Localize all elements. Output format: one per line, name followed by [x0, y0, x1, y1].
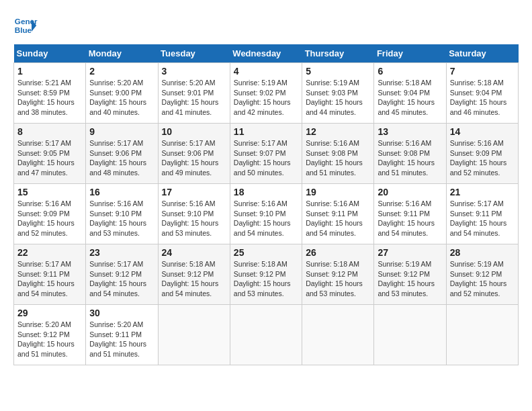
calendar-cell: 17 Sunrise: 5:16 AMSunset: 9:10 PMDaylig… [158, 184, 230, 244]
calendar-cell: 9 Sunrise: 5:17 AMSunset: 9:06 PMDayligh… [86, 124, 158, 184]
day-number: 8 [17, 126, 82, 137]
calendar-cell: 27 Sunrise: 5:19 AMSunset: 9:12 PMDaylig… [374, 244, 446, 305]
calendar-cell: 15 Sunrise: 5:16 AMSunset: 9:09 PMDaylig… [14, 184, 86, 244]
day-info: Sunrise: 5:17 AMSunset: 9:11 PMDaylight:… [17, 260, 75, 298]
calendar-week-3: 15 Sunrise: 5:16 AMSunset: 9:09 PMDaylig… [14, 184, 519, 244]
calendar-cell: 16 Sunrise: 5:16 AMSunset: 9:10 PMDaylig… [86, 184, 158, 244]
calendar-week-1: 1 Sunrise: 5:21 AMSunset: 8:59 PMDayligh… [14, 63, 519, 124]
day-number: 4 [234, 66, 298, 77]
day-number: 10 [162, 126, 226, 137]
day-info: Sunrise: 5:20 AMSunset: 9:11 PMDaylight:… [89, 320, 146, 358]
calendar-cell: 14 Sunrise: 5:16 AMSunset: 9:09 PMDaylig… [446, 124, 518, 184]
calendar-cell: 10 Sunrise: 5:17 AMSunset: 9:06 PMDaylig… [158, 124, 230, 184]
day-info: Sunrise: 5:16 AMSunset: 9:10 PMDaylight:… [89, 199, 146, 237]
calendar-cell: 22 Sunrise: 5:17 AMSunset: 9:11 PMDaylig… [14, 244, 86, 305]
day-info: Sunrise: 5:16 AMSunset: 9:10 PMDaylight:… [234, 199, 291, 237]
day-number: 17 [162, 187, 226, 197]
day-number: 16 [89, 187, 154, 197]
calendar-cell: 30 Sunrise: 5:20 AMSunset: 9:11 PMDaylig… [86, 305, 158, 365]
day-number: 15 [17, 187, 82, 197]
calendar-cell: 2 Sunrise: 5:20 AMSunset: 9:00 PMDayligh… [86, 63, 158, 124]
day-info: Sunrise: 5:21 AMSunset: 8:59 PMDaylight:… [17, 79, 75, 116]
calendar-cell: 11 Sunrise: 5:17 AMSunset: 9:07 PMDaylig… [230, 124, 302, 184]
calendar-cell: 1 Sunrise: 5:21 AMSunset: 8:59 PMDayligh… [14, 63, 86, 124]
day-info: Sunrise: 5:18 AMSunset: 9:04 PMDaylight:… [378, 79, 435, 116]
day-info: Sunrise: 5:16 AMSunset: 9:09 PMDaylight:… [450, 139, 507, 177]
day-number: 30 [89, 308, 154, 318]
calendar-cell: 28 Sunrise: 5:19 AMSunset: 9:12 PMDaylig… [446, 244, 518, 305]
day-number: 5 [306, 66, 370, 77]
svg-text:Blue: Blue [15, 26, 32, 34]
calendar-cell: 8 Sunrise: 5:17 AMSunset: 9:05 PMDayligh… [14, 124, 86, 184]
day-number: 13 [378, 126, 442, 137]
calendar-cell [230, 305, 302, 365]
day-info: Sunrise: 5:17 AMSunset: 9:07 PMDaylight:… [234, 139, 291, 177]
calendar-cell: 18 Sunrise: 5:16 AMSunset: 9:10 PMDaylig… [230, 184, 302, 244]
calendar-body: 1 Sunrise: 5:21 AMSunset: 8:59 PMDayligh… [14, 63, 519, 365]
calendar-cell: 26 Sunrise: 5:18 AMSunset: 9:12 PMDaylig… [302, 244, 374, 305]
day-number: 19 [306, 187, 370, 197]
day-number: 6 [378, 66, 442, 77]
calendar-week-4: 22 Sunrise: 5:17 AMSunset: 9:11 PMDaylig… [14, 244, 519, 305]
header: General Blue [13, 13, 519, 38]
calendar-table: SundayMondayTuesdayWednesdayThursdayFrid… [13, 44, 519, 365]
day-number: 11 [234, 126, 298, 137]
day-info: Sunrise: 5:16 AMSunset: 9:10 PMDaylight:… [162, 199, 219, 237]
day-info: Sunrise: 5:19 AMSunset: 9:12 PMDaylight:… [378, 260, 435, 298]
header-cell-monday: Monday [86, 44, 158, 63]
day-info: Sunrise: 5:16 AMSunset: 9:11 PMDaylight:… [306, 199, 363, 237]
day-info: Sunrise: 5:16 AMSunset: 9:08 PMDaylight:… [378, 139, 435, 177]
day-info: Sunrise: 5:20 AMSunset: 9:00 PMDaylight:… [89, 79, 146, 116]
day-info: Sunrise: 5:17 AMSunset: 9:11 PMDaylight:… [450, 199, 507, 237]
header-cell-thursday: Thursday [302, 44, 374, 63]
calendar-week-5: 29 Sunrise: 5:20 AMSunset: 9:12 PMDaylig… [14, 305, 519, 365]
header-cell-wednesday: Wednesday [230, 44, 302, 63]
day-number: 1 [17, 66, 82, 77]
day-number: 3 [162, 66, 226, 77]
day-info: Sunrise: 5:18 AMSunset: 9:12 PMDaylight:… [162, 260, 219, 298]
calendar-cell: 12 Sunrise: 5:16 AMSunset: 9:08 PMDaylig… [302, 124, 374, 184]
day-number: 24 [162, 247, 226, 258]
logo-icon: General Blue [13, 13, 38, 38]
calendar-cell: 20 Sunrise: 5:16 AMSunset: 9:11 PMDaylig… [374, 184, 446, 244]
day-info: Sunrise: 5:17 AMSunset: 9:06 PMDaylight:… [162, 139, 219, 177]
day-number: 21 [450, 187, 515, 197]
day-number: 29 [17, 308, 82, 318]
day-number: 9 [89, 126, 154, 137]
day-number: 27 [378, 247, 442, 258]
calendar-cell: 7 Sunrise: 5:18 AMSunset: 9:04 PMDayligh… [446, 63, 518, 124]
calendar-week-2: 8 Sunrise: 5:17 AMSunset: 9:05 PMDayligh… [14, 124, 519, 184]
day-info: Sunrise: 5:18 AMSunset: 9:04 PMDaylight:… [450, 79, 507, 116]
day-info: Sunrise: 5:17 AMSunset: 9:06 PMDaylight:… [89, 139, 146, 177]
day-number: 18 [234, 187, 298, 197]
day-number: 7 [450, 66, 515, 77]
calendar-cell: 6 Sunrise: 5:18 AMSunset: 9:04 PMDayligh… [374, 63, 446, 124]
day-info: Sunrise: 5:19 AMSunset: 9:03 PMDaylight:… [306, 79, 363, 116]
calendar-cell: 4 Sunrise: 5:19 AMSunset: 9:02 PMDayligh… [230, 63, 302, 124]
calendar-cell [446, 305, 518, 365]
calendar-cell: 23 Sunrise: 5:17 AMSunset: 9:12 PMDaylig… [86, 244, 158, 305]
day-number: 25 [234, 247, 298, 258]
calendar-cell [302, 305, 374, 365]
calendar-cell [158, 305, 230, 365]
day-number: 22 [17, 247, 82, 258]
calendar-cell: 29 Sunrise: 5:20 AMSunset: 9:12 PMDaylig… [14, 305, 86, 365]
day-number: 2 [89, 66, 154, 77]
calendar-cell: 25 Sunrise: 5:18 AMSunset: 9:12 PMDaylig… [230, 244, 302, 305]
day-info: Sunrise: 5:16 AMSunset: 9:09 PMDaylight:… [17, 199, 75, 237]
day-info: Sunrise: 5:18 AMSunset: 9:12 PMDaylight:… [234, 260, 291, 298]
day-info: Sunrise: 5:17 AMSunset: 9:05 PMDaylight:… [17, 139, 75, 177]
calendar-cell: 19 Sunrise: 5:16 AMSunset: 9:11 PMDaylig… [302, 184, 374, 244]
day-info: Sunrise: 5:18 AMSunset: 9:12 PMDaylight:… [306, 260, 363, 298]
day-info: Sunrise: 5:16 AMSunset: 9:08 PMDaylight:… [306, 139, 363, 177]
header-cell-sunday: Sunday [14, 44, 86, 63]
day-number: 28 [450, 247, 515, 258]
calendar-cell: 24 Sunrise: 5:18 AMSunset: 9:12 PMDaylig… [158, 244, 230, 305]
calendar-cell: 3 Sunrise: 5:20 AMSunset: 9:01 PMDayligh… [158, 63, 230, 124]
calendar-cell: 13 Sunrise: 5:16 AMSunset: 9:08 PMDaylig… [374, 124, 446, 184]
calendar-cell: 21 Sunrise: 5:17 AMSunset: 9:11 PMDaylig… [446, 184, 518, 244]
header-cell-saturday: Saturday [446, 44, 518, 63]
day-info: Sunrise: 5:20 AMSunset: 9:12 PMDaylight:… [17, 320, 75, 358]
logo: General Blue [13, 13, 38, 38]
calendar-cell [374, 305, 446, 365]
